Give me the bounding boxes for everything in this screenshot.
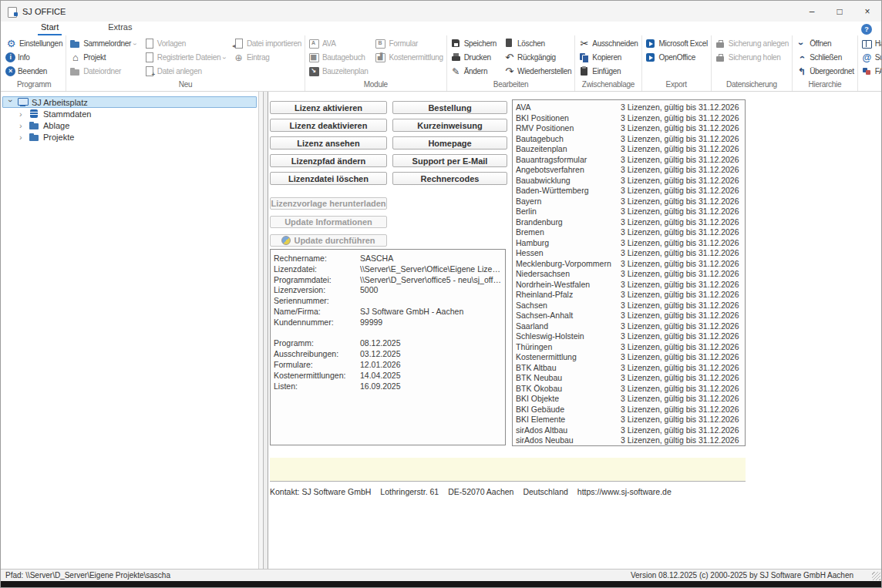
license-row[interactable]: sirAdos Altbau3 Lizenzen, gültig bis 31.… [516,425,742,436]
help-icon[interactable]: ? [861,24,872,35]
license-row[interactable]: Bauantragsformular3 Lizenzen, gültig bis… [516,155,742,166]
license-row[interactable]: Bremen3 Lizenzen, gültig bis 31.12.2026 [516,227,742,238]
license-row[interactable]: Mecklenburg-Vorpommern3 Lizenzen, gültig… [516,259,742,270]
tree-item-stammdaten[interactable]: ›Stammdaten [2,108,257,119]
ribbon-group-programm: ⚙EinstellungeniInfo×BeendenProgramm [2,35,66,91]
tab-start[interactable]: Start [38,22,62,35]
ribbon-item-drucken[interactable]: Drucken [450,51,497,64]
license-row[interactable]: Nordrhein-Westfalen3 Lizenzen, gültig bi… [516,280,742,291]
ribbon-item-support[interactable]: @Support [861,51,881,64]
ribbon-item-openoffice[interactable]: OpenOffice [645,51,708,64]
tree-item-ablage[interactable]: ›Ablage [2,119,257,131]
tree-item-projekte[interactable]: ›Projekte [2,131,257,143]
license-row[interactable]: Thüringen3 Lizenzen, gültig bis 31.12.20… [516,342,742,353]
lizenzpfad-andern-button[interactable]: Lizenzpfad ändern [270,154,387,167]
ribbon-item-kopieren[interactable]: Kopieren [578,51,638,64]
tree-scrollbar[interactable] [258,92,263,569]
info-label: Programm: [274,338,360,349]
ribbon-item-microsoft-excel[interactable]: Microsoft Excel [645,37,708,50]
ribbon-item-einstellungen[interactable]: ⚙Einstellungen [5,37,62,50]
license-row[interactable]: BKI Positionen3 Lizenzen, gültig bis 31.… [516,113,742,124]
homepage-button[interactable]: Homepage [392,136,507,150]
license-row[interactable]: Bauabwicklung3 Lizenzen, gültig bis 31.1… [516,176,742,186]
ribbon-item-label: Beenden [18,67,47,76]
ribbon-item-ubergeordnet[interactable]: ↰Übergeordnet [796,65,854,78]
ribbon-item-dateiordner: Dateiordner [69,65,136,78]
bestellung-button[interactable]: Bestellung [392,101,507,114]
license-row[interactable]: BKI Elemente3 Lizenzen, gültig bis 31.12… [516,415,742,425]
tree-item-sj-arbeitsplatz[interactable]: ›SJ Arbeitsplatz [2,96,257,108]
ribbon-item-info[interactable]: iInfo [5,51,62,64]
button-label: Support per E-Mail [412,156,488,166]
license-row[interactable]: Bauzeitenplan3 Lizenzen, gültig bis 31.1… [516,144,742,155]
info-value: \\Server\E_Server\Office\Eigene Lizenzda… [360,264,502,275]
lizenz-aktivieren-button[interactable]: Lizenz aktivieren [270,101,387,114]
license-row[interactable]: Sachsen-Anhalt3 Lizenzen, gültig bis 31.… [516,311,742,321]
ribbon-item-ausschneiden[interactable]: ✂Ausschneiden [578,37,638,50]
tree-expander-icon[interactable]: › [19,133,25,142]
ribbon-item-handbucher[interactable]: Handbücher› [861,37,881,50]
license-row[interactable]: Rheinland-Pfalz3 Lizenzen, gültig bis 31… [516,290,742,301]
support-per-e-mail-button[interactable]: Support per E-Mail [392,154,507,167]
license-row[interactable]: Kostenermittlung3 Lizenzen, gültig bis 3… [516,352,742,363]
ribbon-item-einfugen[interactable]: Einfügen [578,65,638,78]
ribbon-item-schliessen[interactable]: ›Schließen [796,51,854,64]
license-row[interactable]: Saarland3 Lizenzen, gültig bis 31.12.202… [516,321,742,332]
contact-segment: Deutschland [523,487,567,496]
license-row[interactable]: Bautagebuch3 Lizenzen, gültig bis 31.12.… [516,134,742,145]
tree-expander-icon[interactable]: › [6,99,15,106]
license-row[interactable]: Hessen3 Lizenzen, gültig bis 31.12.2026 [516,248,742,259]
license-name: Schleswig-Holstein [516,331,621,342]
tree-expander-icon[interactable]: › [19,109,25,119]
tree-item-label: SJ Arbeitsplatz [32,98,88,107]
ribbon-item-beenden[interactable]: ×Beenden [5,65,62,78]
license-row[interactable]: BKI Gebäude3 Lizenzen, gültig bis 31.12.… [516,405,742,415]
ribbon-item-label: Dateiordner [83,67,121,76]
folder-gray-icon [69,66,81,77]
ribbon-item-projekt[interactable]: ⌂Projekt [69,51,136,64]
ribbon-item-loschen[interactable]: Löschen [503,37,571,50]
license-row[interactable]: BTK Neubau3 Lizenzen, gültig bis 31.12.2… [516,373,742,384]
license-row[interactable]: Schleswig-Holstein3 Lizenzen, gültig bis… [516,331,742,342]
ribbon-item-faq[interactable]: FAQ [861,65,881,78]
ribbon-item-wiederherstellen[interactable]: ↷Wiederherstellen [503,65,571,78]
license-row[interactable]: BTK Ökobau3 Lizenzen, gültig bis 31.12.2… [516,384,742,395]
minimize-button[interactable]: – [798,1,826,22]
license-row[interactable]: Baden-Württemberg3 Lizenzen, gültig bis … [516,186,742,197]
ribbon-item-ruckgangig[interactable]: ↶Rückgängig [503,51,571,64]
pencil-icon: ✎ [450,66,462,77]
lizenz-deaktivieren-button[interactable]: Lizenz deaktivieren [270,119,387,132]
license-name: Bauzeitenplan [516,144,621,155]
ribbon-item-label: Übergeordnet [810,67,854,76]
ribbon-item-offnen[interactable]: ›Öffnen [796,37,854,50]
kurzeinweisung-button[interactable]: Kurzeinweisung [392,119,507,132]
tree-expander-icon[interactable]: › [19,121,25,130]
license-row[interactable]: Bayern3 Lizenzen, gültig bis 31.12.2026 [516,197,742,207]
ribbon-item-andern[interactable]: ✎Ändern [450,65,497,78]
lizenz-ansehen-button[interactable]: Lizenz ansehen [270,136,387,150]
license-row[interactable]: AVA3 Lizenzen, gültig bis 31.12.2026 [516,102,742,113]
license-row[interactable]: BTK Altbau3 Lizenzen, gültig bis 31.12.2… [516,363,742,374]
lizenzdatei-loschen-button[interactable]: Lizenzdatei löschen [270,172,387,185]
info-row: Programmdatei:\\Server\D_Server\office5 … [274,275,502,286]
license-row[interactable]: Hamburg3 Lizenzen, gültig bis 31.12.2026 [516,238,742,249]
license-row[interactable]: Brandenburg3 Lizenzen, gültig bis 31.12.… [516,217,742,228]
license-row[interactable]: RMV Positionen3 Lizenzen, gültig bis 31.… [516,123,742,134]
ribbon-item-speichern[interactable]: Speichern [450,37,497,50]
resize-grip[interactable] [872,572,880,580]
undo-icon: ↶ [503,52,515,63]
license-name: BKI Objekte [516,394,621,405]
maximize-button[interactable]: □ [826,1,853,22]
license-row[interactable]: BKI Objekte3 Lizenzen, gültig bis 31.12.… [516,394,742,405]
license-row[interactable]: Angebotsverfahren3 Lizenzen, gültig bis … [516,165,742,176]
license-row[interactable]: sirAdos Neubau3 Lizenzen, gültig bis 31.… [516,435,742,446]
license-row[interactable]: Sachsen3 Lizenzen, gültig bis 31.12.2026 [516,301,742,311]
chevron-up-icon: › [796,52,807,63]
license-row[interactable]: Niedersachsen3 Lizenzen, gültig bis 31.1… [516,269,742,280]
tab-extras[interactable]: Extras [105,22,135,35]
close-button[interactable]: × [853,1,881,22]
rechnercodes-button[interactable]: Rechnercodes [392,172,507,185]
license-name: Berlin [516,207,621,217]
ribbon-item-sammelordner[interactable]: Sammelordner› [69,37,136,50]
license-row[interactable]: Berlin3 Lizenzen, gültig bis 31.12.2026 [516,207,742,217]
